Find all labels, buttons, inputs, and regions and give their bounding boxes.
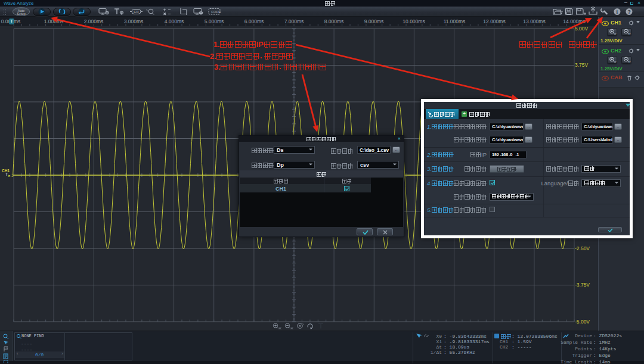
svg-text:v: v [615,60,617,63]
svg-text:v: v [615,32,617,35]
svg-text:123: 123 [134,10,139,14]
svg-text:?: ? [628,9,631,15]
svg-text:CODE: CODE [211,10,221,14]
svg-text:v: v [629,60,631,63]
svg-text:v: v [629,32,631,35]
